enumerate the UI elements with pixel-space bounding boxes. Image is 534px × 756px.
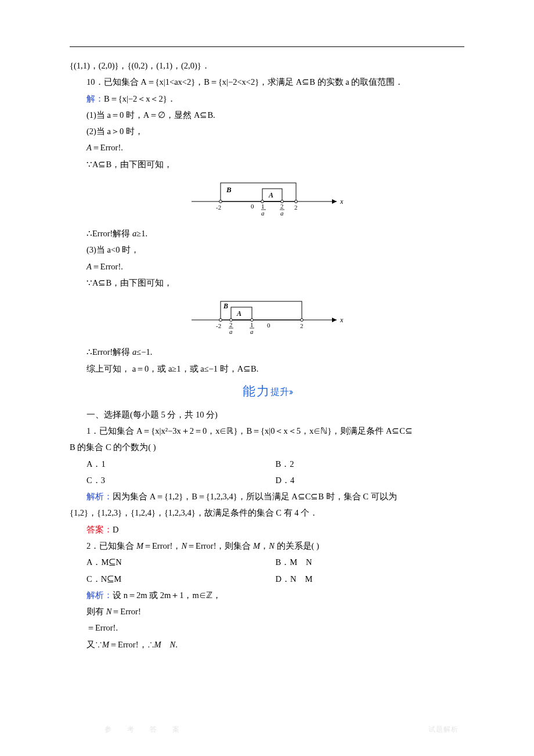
- top-rule: [70, 46, 464, 47]
- svg-marker-21: [332, 318, 337, 322]
- svg-text:x: x: [340, 316, 344, 324]
- q1-jiexi-a: 解析：因为集合 A＝{1,2}，B＝{1,2,3,4}，所以当满足 A⊆C⊆B …: [70, 488, 464, 505]
- svg-point-27: [219, 319, 222, 322]
- svg-text:a: a: [229, 328, 233, 335]
- q10-sol-start: 解：B＝{x|−2＜x＜2}．: [70, 91, 464, 107]
- q1-jiexi-b: {1,2}，{1,2,3}，{1,2,4}，{1,2,3,4}，故满足条件的集合…: [70, 505, 464, 521]
- svg-marker-1: [332, 199, 337, 204]
- svg-text:2: 2: [294, 204, 298, 211]
- answer-label-1: 答案：: [86, 525, 113, 534]
- jiexi-label-1: 解析：: [86, 492, 113, 501]
- svg-text:B: B: [223, 302, 228, 310]
- q1-opt-c: C．3: [86, 472, 276, 488]
- svg-point-7: [219, 200, 222, 203]
- q10-case1: (1)当 a＝0 时，A＝∅，显然 A⊆B.: [70, 107, 464, 123]
- q10-case2-head: (2)当 a＞0 时，: [70, 123, 464, 139]
- ability-sub: 提升: [270, 387, 289, 397]
- solution-label: 解：: [86, 94, 104, 103]
- svg-rect-23: [221, 301, 302, 320]
- svg-text:1: 1: [250, 321, 254, 328]
- svg-rect-3: [221, 183, 296, 201]
- q2-opt-c: C．N⊆M: [86, 571, 276, 587]
- q10-text: 10．已知集合 A＝{x|1<ax<2}，B＝{x|−2<x<2}，求满足 A⊆…: [70, 74, 464, 90]
- svg-text:a: a: [280, 210, 284, 217]
- chevrons-icon: ››: [289, 387, 292, 397]
- q2-options: A．M⊆N B．M N C．N⊆M D．N M: [70, 554, 464, 587]
- ability-main: 能力: [243, 384, 270, 398]
- ability-heading: 能力提升››: [70, 379, 464, 404]
- svg-text:A: A: [236, 309, 241, 318]
- q10-summary: 综上可知， a＝0，或 a≥1，或 a≤−1 时，A⊆B.: [70, 361, 464, 377]
- q10-therefore-2: ∴Error!解得 a≤−1.: [70, 344, 464, 360]
- svg-text:-2: -2: [216, 322, 221, 329]
- svg-text:0: 0: [267, 322, 270, 329]
- q2-line-b: 则有 N＝Error!: [70, 603, 464, 620]
- number-line-diagram-1: x B A -2 0 1 a 2 a 2: [70, 176, 464, 223]
- svg-point-10: [295, 200, 298, 203]
- watermark-left: 参 考 答 案: [104, 723, 186, 736]
- svg-text:B: B: [226, 185, 232, 194]
- q10-since-2: ∵A⊆B，由下图可知，: [70, 275, 464, 291]
- svg-text:1: 1: [261, 203, 265, 210]
- section1-heading: 一、选择题(每小题 5 分，共 10 分): [70, 406, 464, 423]
- q2-opt-a: A．M⊆N: [86, 554, 276, 570]
- q10-since-1: ∵A⊆B，由下图可知，: [70, 156, 464, 172]
- watermark-right: 试题解析: [428, 723, 459, 736]
- q2-text: 2．已知集合 M＝Error!，N＝Error!，则集合 M，N 的关系是( ): [70, 538, 464, 554]
- q1-jiexi-body-a: 因为集合 A＝{1,2}，B＝{1,2,3,4}，所以当满足 A⊆C⊆B 时，集…: [113, 492, 397, 501]
- q10-sol-body: B＝{x|−2＜x＜2}．: [104, 94, 176, 103]
- q10-a-eq-1: A＝Error!.: [70, 139, 464, 156]
- svg-text:x: x: [340, 197, 344, 206]
- q2-jiexi-body: 设 n＝2m 或 2m＋1，m∈ℤ，: [113, 591, 221, 600]
- svg-text:A: A: [268, 191, 273, 199]
- q2-jiexi: 解析：设 n＝2m 或 2m＋1，m∈ℤ，: [70, 587, 464, 603]
- svg-text:0: 0: [251, 203, 254, 210]
- svg-text:2: 2: [229, 321, 233, 328]
- q10-case3-head: (3)当 a<0 时，: [70, 242, 464, 258]
- q1-answer-value: D: [113, 525, 118, 534]
- number-line-diagram-2: x B A -2 2 a 1 a 0 2: [70, 294, 464, 341]
- q2-line-c: ＝Error!.: [70, 620, 464, 636]
- q1-text-b: B 的集合 C 的个数为( ): [70, 439, 464, 455]
- q1-opt-b: B．2: [276, 456, 465, 472]
- q10-therefore-1: ∴Error!解得 a≥1.: [70, 225, 464, 242]
- q1-text-a: 1．已知集合 A＝{x|x²−3x＋2＝0，x∈ℝ}，B＝{x|0＜x＜5，x∈…: [70, 423, 464, 439]
- q1-answer: 答案：D: [70, 521, 464, 538]
- jiexi-label-2: 解析：: [86, 591, 113, 600]
- q1-opt-d: D．4: [276, 472, 465, 488]
- svg-text:a: a: [261, 210, 265, 217]
- q10-a-eq-2: A＝Error!.: [70, 258, 464, 275]
- svg-point-30: [301, 319, 304, 322]
- q1-options: A．1 B．2 C．3 D．4: [70, 456, 464, 489]
- svg-text:2: 2: [280, 203, 284, 210]
- q2-opt-d: D．N M: [276, 571, 465, 587]
- q1-opt-a: A．1: [86, 456, 276, 472]
- q2-line-d: 又∵M＝Error!，∴M N.: [70, 636, 464, 653]
- svg-text:2: 2: [300, 322, 304, 329]
- svg-text:-2: -2: [216, 204, 221, 211]
- svg-text:a: a: [250, 328, 254, 335]
- q2-opt-b: B．M N: [276, 554, 465, 570]
- intro-line: {(1,1)，(2,0)}，{(0,2)，(1,1)，(2,0)}．: [70, 57, 464, 74]
